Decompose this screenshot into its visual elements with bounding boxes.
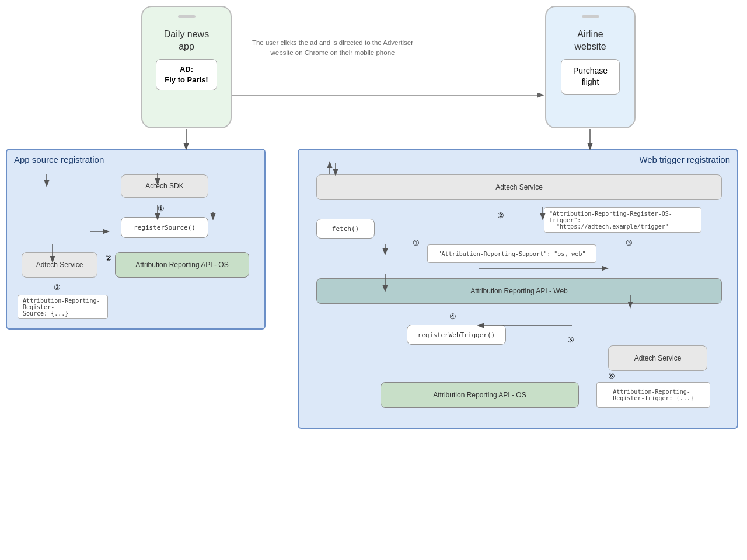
right-phone-screen: Airline website Purchaseflight — [552, 24, 629, 121]
web-step4-label: ④ — [449, 312, 456, 321]
annotation-text: The user clicks the ad and is directed t… — [251, 38, 414, 58]
attribution-web-box: Attribution Reporting API - Web — [316, 278, 722, 304]
adtech-sdk-box: Adtech SDK — [121, 174, 208, 198]
step3-label: ③ — [54, 283, 61, 292]
ad-box: AD: Fly to Paris! — [156, 59, 217, 90]
register-web-trigger-box: registerWebTrigger() — [407, 325, 506, 345]
web-trigger-title: Web trigger registration — [639, 155, 730, 164]
fetch-box: fetch() — [316, 219, 375, 239]
attr-register-trigger-box: Attribution-Reporting-Register-Trigger: … — [596, 382, 710, 408]
phone-speaker-right — [582, 15, 599, 18]
step1-label: ① — [158, 204, 165, 214]
phone-speaker-left — [178, 15, 196, 18]
register-source-box: registerSource() — [121, 217, 208, 238]
web-trigger-registration-box: Web trigger registration Adtech Service … — [298, 149, 738, 429]
purchase-box: Purchaseflight — [561, 59, 620, 94]
left-phone-title: Daily news app — [164, 29, 209, 53]
app-source-registration-box: App source registration Adtech SDK ① reg… — [6, 149, 266, 330]
adtech-service-top-box: Adtech Service — [316, 174, 722, 200]
left-phone: Daily news app AD: Fly to Paris! — [141, 6, 232, 128]
web-step3-label: ③ — [626, 239, 633, 248]
left-phone-screen: Daily news app AD: Fly to Paris! — [148, 24, 225, 121]
attribution-os-right-box: Attribution Reporting API - OS — [381, 382, 579, 408]
purchase-label: Purchaseflight — [573, 66, 608, 87]
ad-text: Fly to Paris! — [165, 75, 208, 84]
web-step1-label: ① — [413, 239, 420, 248]
attr-register-source-box: Attribution-Reporting-Register-Source: {… — [18, 295, 108, 319]
web-step6-label: ⑥ — [608, 372, 615, 381]
adtech-service-right-box: Adtech Service — [608, 345, 707, 371]
right-phone-title: Airline website — [574, 29, 606, 53]
web-step5-label: ⑤ — [567, 335, 574, 345]
app-source-title: App source registration — [14, 155, 104, 164]
step2-label: ② — [105, 254, 112, 263]
adtech-service-left-box: Adtech Service — [22, 252, 97, 278]
attribution-os-left-box: Attribution Reporting API - OS — [115, 252, 249, 278]
web-step2-label: ② — [497, 211, 504, 220]
attr-os-trigger-box: "Attribution-Reporting-Register-OS-Trigg… — [544, 207, 701, 233]
right-phone: Airline website Purchaseflight — [545, 6, 636, 128]
attr-support-box: "Attribution-Reporting-Support": "os, we… — [427, 244, 596, 263]
ad-label: AD: — [180, 65, 193, 74]
